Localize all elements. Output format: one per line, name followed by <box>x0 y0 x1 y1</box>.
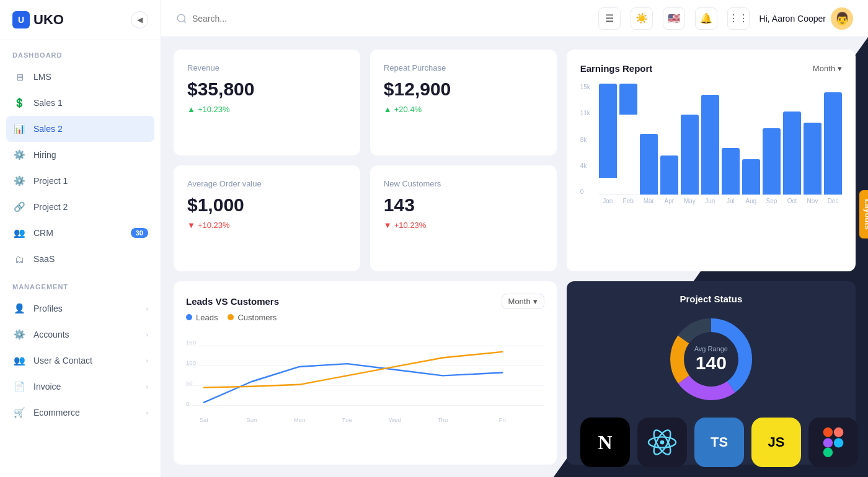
bar-feb <box>619 84 637 195</box>
sidebar-item-sales2[interactable]: 📊 Sales 2 <box>6 116 154 142</box>
sidebar-item-ecommerce[interactable]: 🛒 Ecommerce › <box>0 400 161 426</box>
sales2-icon: 📊 <box>12 122 26 136</box>
sidebar-item-hiring[interactable]: ⚙️ Hiring <box>0 142 161 168</box>
sidebar-item-user-contact[interactable]: 👥 User & Contact › <box>0 348 161 374</box>
leads-month-select[interactable]: Month ▾ <box>502 294 544 309</box>
leads-card: Leads VS Customers Month ▾ Leads Custome… <box>174 281 557 465</box>
sidebar-item-project1[interactable]: ⚙️ Project 1 <box>0 168 161 194</box>
svg-text:Fri: Fri <box>499 416 506 423</box>
react-icon[interactable] <box>637 418 687 467</box>
sidebar-item-lms[interactable]: 🖥 LMS <box>0 64 161 90</box>
bar <box>763 128 781 195</box>
sales1-icon: 💲 <box>12 96 26 110</box>
donut-chart: Avg Range 140 <box>665 313 758 406</box>
earnings-title: Earnings Report <box>580 63 653 74</box>
avg-change: ▼ +10.23% <box>187 221 347 230</box>
project1-icon: ⚙️ <box>12 174 26 188</box>
month-select[interactable]: Month ▾ <box>813 64 842 73</box>
leads-dot <box>186 314 192 320</box>
sidebar-item-label: Profiles <box>33 304 63 313</box>
sidebar-item-accounts[interactable]: ⚙️ Accounts › <box>0 322 161 348</box>
y-axis: 15k 11k 8k 4k 0 <box>580 84 590 195</box>
logo-icon: U <box>12 11 30 28</box>
profiles-icon: 👤 <box>12 302 26 315</box>
bar-jun <box>701 84 719 195</box>
svg-text:Mon: Mon <box>294 416 306 423</box>
user-contact-icon: 👥 <box>12 354 26 367</box>
nextjs-icon[interactable]: N <box>580 418 630 467</box>
sidebar-item-label: Sales 1 <box>33 98 63 108</box>
svg-text:100: 100 <box>186 359 196 366</box>
repeat-card: Repeat Purchase $12,900 ▲ +20.4% <box>370 50 557 155</box>
theme-icon-btn[interactable]: ☀️ <box>631 7 653 30</box>
search-input[interactable] <box>192 14 316 24</box>
sidebar-item-project2[interactable]: 🔗 Project 2 <box>0 194 161 220</box>
tech-icons-row: N TS JS <box>570 408 868 477</box>
header: ☰ ☀️ 🇺🇸 🔔 ⋮⋮ Hi, Aaron Cooper 👨 <box>161 0 868 37</box>
bar <box>722 148 740 195</box>
revenue-label: Revenue <box>187 63 347 72</box>
avg-order-card: Average Order value $1,000 ▼ +10.23% <box>174 165 360 271</box>
avg-range-label: Avg Range <box>694 345 728 352</box>
bar-nov <box>804 84 822 195</box>
arrow-icon: › <box>146 357 148 364</box>
bar <box>599 84 617 178</box>
logo: U UKO <box>12 11 64 28</box>
sidebar: U UKO ◀ DASHBOARD 🖥 LMS 💲 Sales 1 📊 Sale… <box>0 0 161 477</box>
svg-rect-28 <box>823 438 833 447</box>
avg-value: $1,000 <box>187 195 347 216</box>
bar-mar <box>640 84 658 195</box>
chevron-down-icon: ▾ <box>533 297 538 306</box>
sidebar-item-label: CRM <box>33 228 53 238</box>
revenue-value: $35,800 <box>187 79 347 100</box>
avg-label: Average Order value <box>187 179 347 188</box>
project-status-title: Project Status <box>680 294 742 304</box>
bar-jan <box>599 84 617 195</box>
arrow-icon: › <box>146 331 148 338</box>
logo-text: UKO <box>33 12 64 28</box>
legend-customers: Customers <box>228 313 277 322</box>
sidebar-item-label: LMS <box>33 72 51 82</box>
layouts-tab[interactable]: Layouts <box>860 190 869 239</box>
customers-dot <box>228 314 234 320</box>
javascript-icon[interactable]: JS <box>751 418 801 467</box>
leads-title: Leads VS Customers <box>186 296 279 307</box>
repeat-change: ▲ +20.4% <box>384 105 543 114</box>
sidebar-item-label: Project 2 <box>33 202 68 212</box>
bar <box>742 159 760 195</box>
bar <box>619 84 637 115</box>
apps-icon-btn[interactable]: ⋮⋮ <box>727 7 750 30</box>
lms-icon: 🖥 <box>12 70 26 84</box>
down-arrow-icon: ▼ <box>384 221 392 230</box>
notification-icon-btn[interactable]: 🔔 <box>695 7 717 30</box>
arrow-icon: › <box>146 383 148 390</box>
bar <box>660 155 678 195</box>
user-greeting: Hi, Aaron Cooper <box>760 14 826 24</box>
saas-icon: 🗂 <box>12 252 26 266</box>
sidebar-item-invoice[interactable]: 📄 Invoice › <box>0 374 161 400</box>
sidebar-header: U UKO ◀ <box>0 0 161 40</box>
invoice-icon: 📄 <box>12 380 26 393</box>
sidebar-item-profiles[interactable]: 👤 Profiles › <box>0 295 161 322</box>
crm-badge: 30 <box>131 228 148 238</box>
project2-icon: 🔗 <box>12 200 26 214</box>
sidebar-item-sales1[interactable]: 💲 Sales 1 <box>0 90 161 116</box>
sidebar-item-saas[interactable]: 🗂 SaaS <box>0 246 161 272</box>
figma-icon[interactable] <box>808 418 858 467</box>
customers-change: ▼ +10.23% <box>384 221 543 230</box>
hiring-icon: ⚙️ <box>12 148 26 162</box>
avatar: 👨 <box>831 7 853 30</box>
sidebar-item-crm[interactable]: 👥 CRM 30 <box>0 220 161 246</box>
sidebar-item-label: SaaS <box>33 254 55 264</box>
svg-text:50: 50 <box>186 379 193 386</box>
typescript-icon[interactable]: TS <box>694 418 744 467</box>
repeat-label: Repeat Purchase <box>384 63 543 72</box>
svg-text:Sat: Sat <box>200 416 209 423</box>
donut-value: 140 <box>694 352 728 374</box>
language-icon-btn[interactable]: 🇺🇸 <box>663 7 685 30</box>
user-info[interactable]: Hi, Aaron Cooper 👨 <box>760 7 853 30</box>
dashboard-section-label: DASHBOARD <box>0 40 161 64</box>
menu-icon-btn[interactable]: ☰ <box>598 7 621 30</box>
management-section-label: MANAGEMENT <box>0 272 161 295</box>
collapse-button[interactable]: ◀ <box>131 11 148 28</box>
